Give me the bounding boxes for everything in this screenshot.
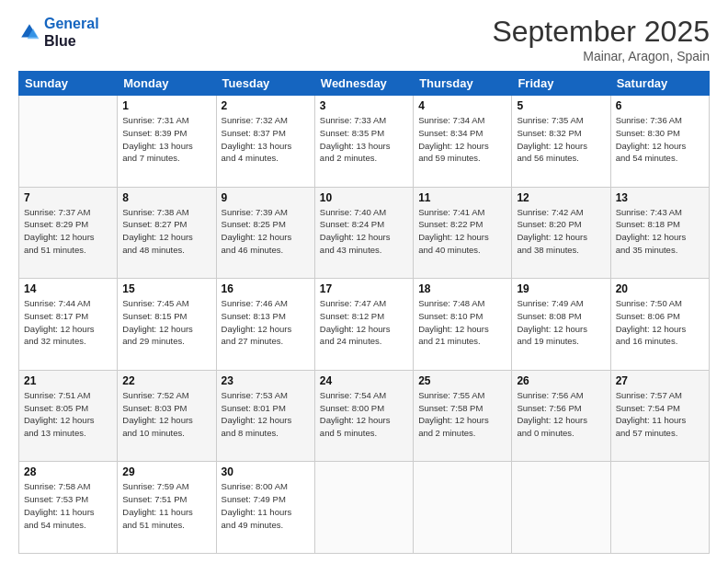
- calendar-cell: 11Sunrise: 7:41 AM Sunset: 8:22 PM Dayli…: [414, 187, 512, 279]
- day-info: Sunrise: 7:42 AM Sunset: 8:20 PM Dayligh…: [517, 206, 605, 257]
- calendar-week-row: 21Sunrise: 7:51 AM Sunset: 8:05 PM Dayli…: [19, 370, 710, 462]
- day-number: 27: [616, 374, 704, 387]
- calendar-cell: 14Sunrise: 7:44 AM Sunset: 8:17 PM Dayli…: [19, 279, 118, 371]
- logo-text: General Blue: [44, 15, 99, 50]
- day-number: 16: [222, 282, 310, 295]
- day-number: 6: [616, 99, 704, 112]
- day-number: 21: [24, 374, 112, 387]
- day-info: Sunrise: 7:38 AM Sunset: 8:27 PM Dayligh…: [122, 206, 210, 257]
- day-number: 26: [517, 374, 605, 387]
- day-info: Sunrise: 7:32 AM Sunset: 8:37 PM Dayligh…: [222, 114, 310, 165]
- day-info: Sunrise: 8:00 AM Sunset: 7:49 PM Dayligh…: [222, 480, 310, 531]
- col-monday: Monday: [118, 72, 216, 96]
- calendar-cell: 6Sunrise: 7:36 AM Sunset: 8:30 PM Daylig…: [610, 96, 709, 188]
- logo-icon: [18, 21, 40, 43]
- day-number: 7: [24, 191, 112, 204]
- day-info: Sunrise: 7:37 AM Sunset: 8:29 PM Dayligh…: [24, 206, 112, 257]
- day-number: 17: [320, 282, 408, 295]
- calendar-week-row: 28Sunrise: 7:58 AM Sunset: 7:53 PM Dayli…: [19, 462, 710, 554]
- day-info: Sunrise: 7:51 AM Sunset: 8:05 PM Dayligh…: [24, 389, 112, 440]
- calendar-cell: [512, 462, 610, 554]
- day-number: 18: [418, 282, 506, 295]
- calendar-cell: 15Sunrise: 7:45 AM Sunset: 8:15 PM Dayli…: [118, 279, 216, 371]
- calendar-cell: 3Sunrise: 7:33 AM Sunset: 8:35 PM Daylig…: [314, 96, 413, 188]
- calendar-cell: 17Sunrise: 7:47 AM Sunset: 8:12 PM Dayli…: [314, 279, 413, 371]
- day-info: Sunrise: 7:47 AM Sunset: 8:12 PM Dayligh…: [320, 297, 408, 348]
- day-info: Sunrise: 7:54 AM Sunset: 8:00 PM Dayligh…: [320, 389, 408, 440]
- calendar-cell: 8Sunrise: 7:38 AM Sunset: 8:27 PM Daylig…: [118, 187, 216, 279]
- day-info: Sunrise: 7:53 AM Sunset: 8:01 PM Dayligh…: [222, 389, 310, 440]
- day-info: Sunrise: 7:50 AM Sunset: 8:06 PM Dayligh…: [616, 297, 704, 348]
- day-info: Sunrise: 7:52 AM Sunset: 8:03 PM Dayligh…: [122, 389, 210, 440]
- col-thursday: Thursday: [414, 72, 512, 96]
- logo-line1: General: [44, 16, 99, 31]
- calendar-cell: 21Sunrise: 7:51 AM Sunset: 8:05 PM Dayli…: [19, 370, 118, 462]
- calendar-cell: 22Sunrise: 7:52 AM Sunset: 8:03 PM Dayli…: [118, 370, 216, 462]
- day-number: 25: [418, 374, 506, 387]
- day-number: 12: [517, 191, 605, 204]
- header: General Blue September 2025 Mainar, Arag…: [18, 15, 710, 63]
- logo-line2: Blue: [44, 32, 99, 50]
- day-info: Sunrise: 7:56 AM Sunset: 7:56 PM Dayligh…: [517, 389, 605, 440]
- day-number: 8: [122, 191, 210, 204]
- calendar-cell: 23Sunrise: 7:53 AM Sunset: 8:01 PM Dayli…: [216, 370, 314, 462]
- calendar-cell: 16Sunrise: 7:46 AM Sunset: 8:13 PM Dayli…: [216, 279, 314, 371]
- day-info: Sunrise: 7:58 AM Sunset: 7:53 PM Dayligh…: [24, 480, 112, 531]
- page: General Blue September 2025 Mainar, Arag…: [0, 0, 728, 563]
- calendar-cell: 9Sunrise: 7:39 AM Sunset: 8:25 PM Daylig…: [216, 187, 314, 279]
- calendar-cell: 4Sunrise: 7:34 AM Sunset: 8:34 PM Daylig…: [414, 96, 512, 188]
- calendar-cell: 27Sunrise: 7:57 AM Sunset: 7:54 PM Dayli…: [610, 370, 709, 462]
- col-saturday: Saturday: [610, 72, 709, 96]
- day-number: 24: [320, 374, 408, 387]
- day-number: 22: [122, 374, 210, 387]
- day-number: 20: [616, 282, 704, 295]
- day-number: 30: [222, 465, 310, 478]
- day-info: Sunrise: 7:41 AM Sunset: 8:22 PM Dayligh…: [418, 206, 506, 257]
- calendar-cell: 29Sunrise: 7:59 AM Sunset: 7:51 PM Dayli…: [118, 462, 216, 554]
- calendar-week-row: 1Sunrise: 7:31 AM Sunset: 8:39 PM Daylig…: [19, 96, 710, 188]
- day-number: 13: [616, 191, 704, 204]
- day-info: Sunrise: 7:57 AM Sunset: 7:54 PM Dayligh…: [616, 389, 704, 440]
- day-info: Sunrise: 7:48 AM Sunset: 8:10 PM Dayligh…: [418, 297, 506, 348]
- day-number: 28: [24, 465, 112, 478]
- calendar-cell: 28Sunrise: 7:58 AM Sunset: 7:53 PM Dayli…: [19, 462, 118, 554]
- day-number: 9: [222, 191, 310, 204]
- location: Mainar, Aragon, Spain: [492, 49, 710, 63]
- day-number: 23: [222, 374, 310, 387]
- calendar-table: Sunday Monday Tuesday Wednesday Thursday…: [18, 71, 710, 554]
- calendar-cell: 5Sunrise: 7:35 AM Sunset: 8:32 PM Daylig…: [512, 96, 610, 188]
- calendar-cell: 1Sunrise: 7:31 AM Sunset: 8:39 PM Daylig…: [118, 96, 216, 188]
- calendar-cell: 13Sunrise: 7:43 AM Sunset: 8:18 PM Dayli…: [610, 187, 709, 279]
- calendar-cell: 10Sunrise: 7:40 AM Sunset: 8:24 PM Dayli…: [314, 187, 413, 279]
- calendar-cell: [414, 462, 512, 554]
- calendar-cell: 2Sunrise: 7:32 AM Sunset: 8:37 PM Daylig…: [216, 96, 314, 188]
- day-number: 3: [320, 99, 408, 112]
- calendar-cell: 7Sunrise: 7:37 AM Sunset: 8:29 PM Daylig…: [19, 187, 118, 279]
- day-info: Sunrise: 7:46 AM Sunset: 8:13 PM Dayligh…: [222, 297, 310, 348]
- calendar-cell: [19, 96, 118, 188]
- day-info: Sunrise: 7:33 AM Sunset: 8:35 PM Dayligh…: [320, 114, 408, 165]
- day-number: 2: [222, 99, 310, 112]
- day-info: Sunrise: 7:45 AM Sunset: 8:15 PM Dayligh…: [122, 297, 210, 348]
- col-wednesday: Wednesday: [314, 72, 413, 96]
- calendar-cell: 30Sunrise: 8:00 AM Sunset: 7:49 PM Dayli…: [216, 462, 314, 554]
- day-info: Sunrise: 7:36 AM Sunset: 8:30 PM Dayligh…: [616, 114, 704, 165]
- calendar-cell: 20Sunrise: 7:50 AM Sunset: 8:06 PM Dayli…: [610, 279, 709, 371]
- day-number: 15: [122, 282, 210, 295]
- month-title: September 2025: [492, 15, 710, 49]
- day-info: Sunrise: 7:40 AM Sunset: 8:24 PM Dayligh…: [320, 206, 408, 257]
- day-number: 1: [122, 99, 210, 112]
- calendar-cell: 24Sunrise: 7:54 AM Sunset: 8:00 PM Dayli…: [314, 370, 413, 462]
- day-info: Sunrise: 7:31 AM Sunset: 8:39 PM Dayligh…: [122, 114, 210, 165]
- day-number: 29: [122, 465, 210, 478]
- calendar-cell: 18Sunrise: 7:48 AM Sunset: 8:10 PM Dayli…: [414, 279, 512, 371]
- calendar-cell: 25Sunrise: 7:55 AM Sunset: 7:58 PM Dayli…: [414, 370, 512, 462]
- col-friday: Friday: [512, 72, 610, 96]
- day-info: Sunrise: 7:35 AM Sunset: 8:32 PM Dayligh…: [517, 114, 605, 165]
- col-sunday: Sunday: [19, 72, 118, 96]
- calendar-cell: 26Sunrise: 7:56 AM Sunset: 7:56 PM Dayli…: [512, 370, 610, 462]
- day-info: Sunrise: 7:43 AM Sunset: 8:18 PM Dayligh…: [616, 206, 704, 257]
- calendar-week-row: 14Sunrise: 7:44 AM Sunset: 8:17 PM Dayli…: [19, 279, 710, 371]
- calendar-cell: 19Sunrise: 7:49 AM Sunset: 8:08 PM Dayli…: [512, 279, 610, 371]
- day-number: 5: [517, 99, 605, 112]
